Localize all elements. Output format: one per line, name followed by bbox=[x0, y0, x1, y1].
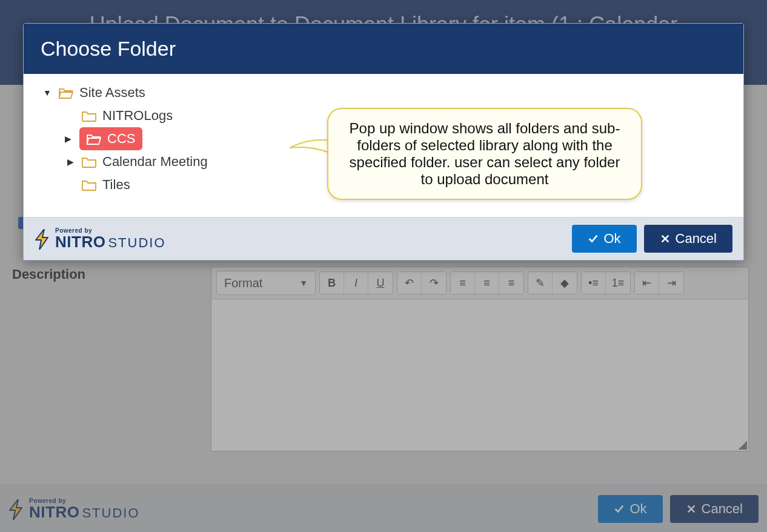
nitro-studio-brand: Powered by NITRO STUDIO bbox=[35, 228, 166, 250]
close-icon bbox=[660, 233, 671, 244]
brand-studio: STUDIO bbox=[108, 236, 165, 250]
tree-root-label: Site Assets bbox=[79, 85, 145, 101]
folder-icon bbox=[82, 179, 96, 191]
folder-open-icon bbox=[59, 87, 73, 99]
tree-root[interactable]: ▼ Site Assets bbox=[39, 81, 728, 104]
collapse-icon[interactable]: ▼ bbox=[42, 88, 53, 98]
bolt-icon bbox=[35, 229, 51, 250]
expand-icon[interactable]: ▶ bbox=[65, 157, 76, 167]
annotation-callout: Pop up window shows all folders and sub-… bbox=[327, 108, 642, 200]
tree-item-label: Tiles bbox=[102, 177, 130, 193]
folder-icon bbox=[82, 156, 96, 168]
cancel-label: Cancel bbox=[676, 231, 717, 247]
tree-item-label: CCS bbox=[107, 131, 135, 147]
expand-icon[interactable]: ▶ bbox=[62, 134, 73, 144]
tree-item-label: NITROLogs bbox=[102, 108, 173, 124]
modal-footer: Powered by NITRO STUDIO Ok Cancel bbox=[24, 217, 743, 260]
tree-item-ccs[interactable]: CCS bbox=[79, 127, 142, 150]
folder-icon bbox=[82, 110, 96, 122]
ok-button[interactable]: Ok bbox=[572, 225, 636, 253]
ok-label: Ok bbox=[603, 231, 620, 247]
check-icon bbox=[588, 233, 599, 244]
annotation-text: Pop up window shows all folders and sub-… bbox=[350, 120, 620, 187]
cancel-button[interactable]: Cancel bbox=[644, 225, 732, 253]
brand-nitro: NITRO bbox=[55, 234, 105, 250]
folder-open-icon bbox=[87, 133, 101, 145]
tree-item-label: Calendar Meeting bbox=[102, 154, 208, 170]
modal-title: Choose Folder bbox=[24, 24, 743, 74]
